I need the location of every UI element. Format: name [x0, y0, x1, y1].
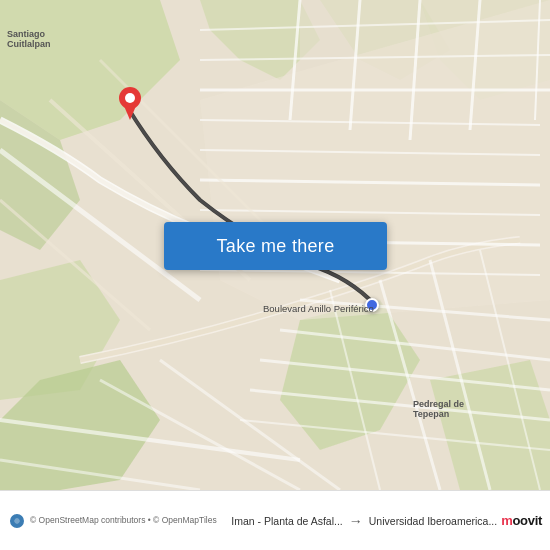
route-info: Iman - Planta de Asfal... → Universidad … [231, 513, 497, 529]
pedregal-label-line2: Tepepan [410, 408, 452, 420]
route-destination: Universidad Iberoamerica... [369, 515, 497, 527]
osm-logo [8, 512, 26, 530]
moovit-m: m [501, 513, 512, 528]
map-container: Boulevard Anillo Periférico Pedregal de … [0, 0, 550, 490]
bottom-bar: © OpenStreetMap contributors • © OpenMap… [0, 490, 550, 550]
route-arrow-icon: → [349, 513, 363, 529]
moovit-text: moovit [501, 513, 542, 528]
boulevard-label: Boulevard Anillo Periférico [260, 302, 377, 315]
moovit-logo: moovit [501, 513, 542, 528]
moovit-rest: oovit [512, 513, 542, 528]
svg-point-44 [125, 93, 135, 103]
origin-pin [118, 86, 142, 124]
take-me-there-button[interactable]: Take me there [164, 222, 387, 270]
attribution-text: © OpenStreetMap contributors • © OpenMap… [30, 515, 231, 526]
route-origin: Iman - Planta de Asfal... [231, 515, 342, 527]
svg-marker-45 [124, 106, 136, 120]
cuitlalpan-label: Cuitlalpan [4, 38, 54, 50]
